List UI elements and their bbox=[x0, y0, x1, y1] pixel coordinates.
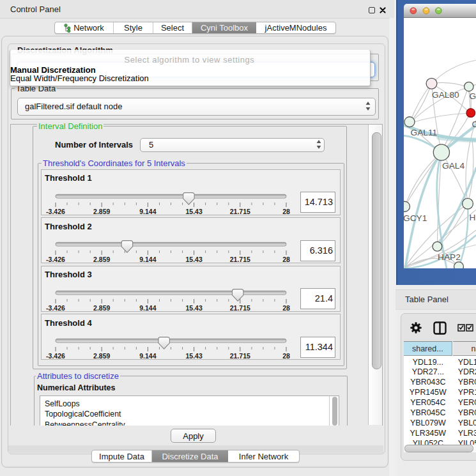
svg-text:9.144: 9.144 bbox=[139, 352, 156, 358]
svg-text:GAL11: GAL11 bbox=[411, 127, 438, 137]
svg-text:9.144: 9.144 bbox=[139, 256, 156, 262]
svg-text:2.859: 2.859 bbox=[93, 352, 110, 358]
svg-text:15.43: 15.43 bbox=[185, 208, 202, 214]
svg-text:GAL80: GAL80 bbox=[432, 89, 459, 99]
svg-text:G.: G. bbox=[470, 91, 476, 100]
svg-text:C: C bbox=[472, 119, 476, 129]
svg-text:28: 28 bbox=[282, 304, 290, 311]
svg-text:-3.426: -3.426 bbox=[46, 304, 65, 311]
svg-text:H: H bbox=[470, 212, 476, 222]
svg-text:15.43: 15.43 bbox=[185, 352, 202, 358]
svg-text:9.144: 9.144 bbox=[139, 208, 156, 214]
svg-text:9.144: 9.144 bbox=[139, 304, 156, 311]
svg-text:-3.426: -3.426 bbox=[46, 208, 65, 214]
svg-text:28: 28 bbox=[282, 208, 290, 214]
svg-text:2.859: 2.859 bbox=[93, 304, 110, 311]
svg-text:GCY1: GCY1 bbox=[404, 213, 427, 223]
svg-text:28: 28 bbox=[282, 352, 290, 358]
svg-text:21.715: 21.715 bbox=[230, 304, 250, 311]
svg-text:15.43: 15.43 bbox=[185, 256, 202, 262]
svg-text:15.43: 15.43 bbox=[185, 304, 202, 311]
svg-text:21.715: 21.715 bbox=[230, 256, 250, 262]
svg-text:28: 28 bbox=[282, 256, 290, 262]
svg-text:-3.426: -3.426 bbox=[46, 256, 65, 262]
svg-text:HAP2: HAP2 bbox=[438, 252, 461, 261]
svg-text:2.859: 2.859 bbox=[93, 208, 110, 214]
svg-text:GAL4: GAL4 bbox=[442, 161, 464, 171]
svg-text:2.859: 2.859 bbox=[93, 256, 110, 262]
svg-text:21.715: 21.715 bbox=[230, 208, 250, 214]
svg-text:21.715: 21.715 bbox=[230, 352, 250, 358]
svg-text:-3.426: -3.426 bbox=[46, 352, 65, 358]
